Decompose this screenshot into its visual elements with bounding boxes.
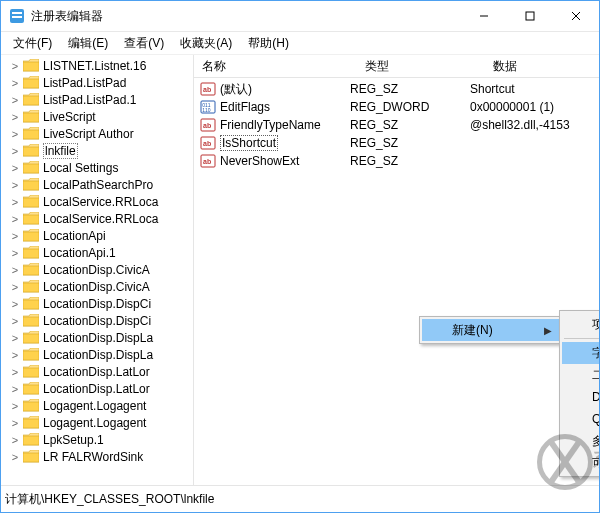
- tree-item[interactable]: >LocationApi: [9, 227, 193, 244]
- expand-icon[interactable]: >: [9, 383, 21, 395]
- expand-icon[interactable]: >: [9, 94, 21, 106]
- ctx-item[interactable]: 字符串值(S): [562, 342, 599, 364]
- ctx-item[interactable]: DWORD (32 位)值(D): [562, 386, 599, 408]
- menu-help[interactable]: 帮助(H): [240, 33, 297, 54]
- tree-item[interactable]: >LocationDisp.CivicA: [9, 278, 193, 295]
- tree-item[interactable]: >lnkfile: [9, 142, 193, 159]
- tree-item-label: LocationDisp.CivicA: [43, 263, 150, 277]
- ctx-item[interactable]: 多字符串值(M): [562, 430, 599, 452]
- expand-icon[interactable]: >: [9, 417, 21, 429]
- tree-item[interactable]: >LocationDisp.DispCi: [9, 295, 193, 312]
- tree-item[interactable]: >LocationDisp.DispCi: [9, 312, 193, 329]
- list-row[interactable]: IsShortcutREG_SZ: [194, 134, 599, 152]
- col-header-name[interactable]: 名称: [194, 58, 357, 75]
- tree: >LISTNET.Listnet.16>ListPad.ListPad>List…: [1, 55, 193, 467]
- expand-icon[interactable]: >: [9, 179, 21, 191]
- tree-pane[interactable]: >LISTNET.Listnet.16>ListPad.ListPad>List…: [1, 55, 194, 487]
- folder-icon: [23, 280, 39, 293]
- list-row[interactable]: FriendlyTypeNameREG_SZ@shell32.dll,-4153: [194, 116, 599, 134]
- expand-icon[interactable]: >: [9, 332, 21, 344]
- list-row[interactable]: EditFlagsREG_DWORD0x00000001 (1): [194, 98, 599, 116]
- folder-icon: [23, 314, 39, 327]
- expand-icon[interactable]: >: [9, 281, 21, 293]
- expand-icon[interactable]: >: [9, 111, 21, 123]
- window-controls: [461, 1, 599, 31]
- tree-item[interactable]: >LocationDisp.LatLor: [9, 380, 193, 397]
- tree-item[interactable]: >LocalService.RRLoca: [9, 193, 193, 210]
- expand-icon[interactable]: >: [9, 264, 21, 276]
- tree-item[interactable]: >LR FALRWordSink: [9, 448, 193, 465]
- menu-file[interactable]: 文件(F): [5, 33, 60, 54]
- value-type: REG_SZ: [350, 154, 470, 168]
- expand-icon[interactable]: >: [9, 400, 21, 412]
- value-data: 0x00000001 (1): [470, 100, 599, 114]
- tree-item[interactable]: >LocalPathSearchPro: [9, 176, 193, 193]
- menu-edit[interactable]: 编辑(E): [60, 33, 116, 54]
- col-header-data[interactable]: 数据: [485, 58, 599, 75]
- ctx-item[interactable]: 二进制值(B): [562, 364, 599, 386]
- svg-rect-2: [12, 16, 22, 18]
- value-type: REG_DWORD: [350, 100, 470, 114]
- tree-item[interactable]: >LocationDisp.DispLa: [9, 329, 193, 346]
- list-pane[interactable]: 名称 类型 数据 (默认)REG_SZShortcutEditFlagsREG_…: [194, 55, 599, 487]
- value-icon: [200, 153, 216, 169]
- list-row[interactable]: (默认)REG_SZShortcut: [194, 80, 599, 98]
- tree-item[interactable]: >LocationDisp.CivicA: [9, 261, 193, 278]
- tree-item[interactable]: >LiveScript Author: [9, 125, 193, 142]
- expand-icon[interactable]: >: [9, 315, 21, 327]
- ctx-item-new[interactable]: 新建(N) ▶: [422, 319, 560, 341]
- expand-icon[interactable]: >: [9, 77, 21, 89]
- tree-item[interactable]: >LpkSetup.1: [9, 431, 193, 448]
- tree-item-label: ListPad.ListPad: [43, 76, 126, 90]
- list-headers: 名称 类型 数据: [194, 55, 599, 78]
- tree-item[interactable]: >LocationApi.1: [9, 244, 193, 261]
- expand-icon[interactable]: >: [9, 60, 21, 72]
- folder-icon: [23, 399, 39, 412]
- tree-item[interactable]: >LiveScript: [9, 108, 193, 125]
- expand-icon[interactable]: >: [9, 451, 21, 463]
- expand-icon[interactable]: >: [9, 213, 21, 225]
- expand-icon[interactable]: >: [9, 196, 21, 208]
- ctx-item[interactable]: 可扩充字符串值(E): [562, 452, 599, 474]
- ctx-item[interactable]: 项(K): [562, 313, 599, 335]
- expand-icon[interactable]: >: [9, 128, 21, 140]
- expand-icon[interactable]: >: [9, 230, 21, 242]
- ctx-item[interactable]: QWORD (64 位)值(Q): [562, 408, 599, 430]
- ctx-item-label: QWORD (64 位)值(Q): [592, 411, 599, 428]
- close-button[interactable]: [553, 1, 599, 31]
- ctx-item-label: 新建(N): [452, 322, 493, 339]
- menu-favorites[interactable]: 收藏夹(A): [172, 33, 240, 54]
- tree-item[interactable]: >ListPad.ListPad.1: [9, 91, 193, 108]
- col-header-type[interactable]: 类型: [357, 58, 485, 75]
- value-icon: [200, 99, 216, 115]
- tree-item[interactable]: >LocationDisp.DispLa: [9, 346, 193, 363]
- maximize-button[interactable]: [507, 1, 553, 31]
- expand-icon[interactable]: >: [9, 162, 21, 174]
- folder-icon: [23, 246, 39, 259]
- expand-icon[interactable]: >: [9, 247, 21, 259]
- tree-item[interactable]: >LocalService.RRLoca: [9, 210, 193, 227]
- tree-item-label: LocationApi.1: [43, 246, 116, 260]
- list-row[interactable]: NeverShowExtREG_SZ: [194, 152, 599, 170]
- tree-item[interactable]: >Logagent.Logagent: [9, 414, 193, 431]
- expand-icon[interactable]: >: [9, 145, 21, 157]
- expand-icon[interactable]: >: [9, 366, 21, 378]
- menu-view[interactable]: 查看(V): [116, 33, 172, 54]
- expand-icon[interactable]: >: [9, 434, 21, 446]
- tree-item-label: LocationApi: [43, 229, 106, 243]
- folder-icon: [23, 348, 39, 361]
- tree-item[interactable]: >LocationDisp.LatLor: [9, 363, 193, 380]
- minimize-button[interactable]: [461, 1, 507, 31]
- folder-icon: [23, 365, 39, 378]
- expand-icon[interactable]: >: [9, 349, 21, 361]
- tree-item[interactable]: >LISTNET.Listnet.16: [9, 57, 193, 74]
- folder-icon: [23, 433, 39, 446]
- tree-item[interactable]: >ListPad.ListPad: [9, 74, 193, 91]
- tree-item-label: Logagent.Logagent: [43, 416, 146, 430]
- tree-item[interactable]: >Logagent.Logagent: [9, 397, 193, 414]
- expand-icon[interactable]: >: [9, 298, 21, 310]
- context-submenu-new: 项(K)字符串值(S)二进制值(B)DWORD (32 位)值(D)QWORD …: [559, 310, 599, 477]
- tree-item-label: LiveScript Author: [43, 127, 134, 141]
- tree-item[interactable]: >Local Settings: [9, 159, 193, 176]
- statusbar: 计算机\HKEY_CLASSES_ROOT\lnkfile: [1, 485, 599, 512]
